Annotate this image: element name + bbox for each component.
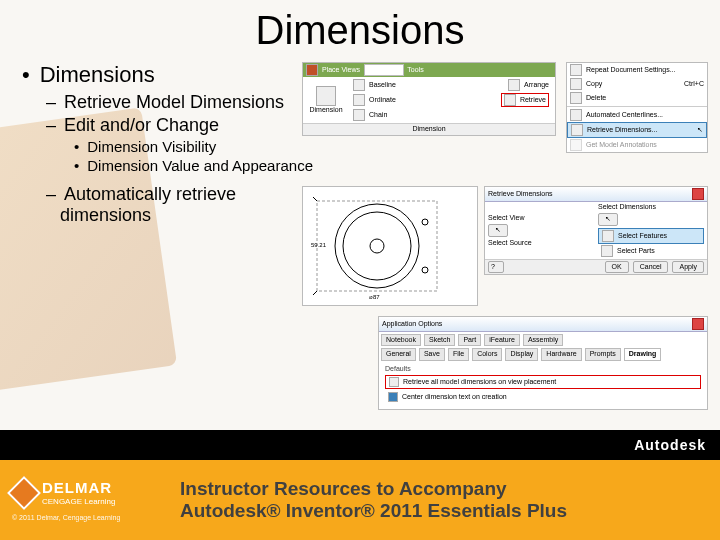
sel-features-icon xyxy=(602,230,614,242)
slide-title: Dimensions xyxy=(0,8,720,53)
tab-general: General xyxy=(381,348,416,360)
options-title: Application Options xyxy=(382,320,442,328)
option-retrieve-all: Retrieve all model dimensions on view pl… xyxy=(403,378,556,386)
svg-text:⌀87: ⌀87 xyxy=(369,294,380,300)
arrange-icon xyxy=(508,79,520,91)
retrieve-dims-icon xyxy=(571,124,583,136)
autodesk-bar: Autodesk xyxy=(0,430,720,460)
label-select-dims: Select Dimensions xyxy=(598,203,704,211)
cancel-button: Cancel xyxy=(633,261,669,273)
tab-drawing: Drawing xyxy=(624,348,662,360)
tab-file: File xyxy=(448,348,469,360)
option-select-parts: Select Parts xyxy=(617,247,655,255)
ribbon-item-arrange: Arrange xyxy=(524,81,549,89)
select-dims-btn: ↖ xyxy=(598,213,618,225)
checkbox-checked-icon xyxy=(388,392,398,402)
get-model-icon xyxy=(570,139,582,151)
delmar-block: DELMAR CENGAGE Learning © 2011 Delmar, C… xyxy=(0,460,170,540)
footer-line1: Instructor Resources to Accompany xyxy=(180,478,720,500)
dialog-title: Retrieve Dimensions xyxy=(488,190,553,198)
tab-part: Part xyxy=(458,334,481,346)
cursor-icon: ↖ xyxy=(697,126,703,134)
delete-icon xyxy=(570,92,582,104)
close-icon xyxy=(692,318,704,330)
ribbon-tab-1: Place Views xyxy=(322,66,360,74)
svg-rect-0 xyxy=(304,188,476,304)
ribbon-item-ordinate: Ordinate xyxy=(369,96,396,104)
footer-bar: DELMAR CENGAGE Learning © 2011 Delmar, C… xyxy=(0,460,720,540)
tab-sketch: Sketch xyxy=(424,334,455,346)
menu-copy: Copy xyxy=(586,80,602,88)
select-view-btn: ↖ xyxy=(488,224,508,236)
tab-prompts: Prompts xyxy=(585,348,621,360)
autodesk-logo: Autodesk xyxy=(634,437,706,453)
svg-text:59.21: 59.21 xyxy=(311,242,327,248)
delmar-icon xyxy=(7,476,41,510)
tab-display: Display xyxy=(505,348,538,360)
bullet-l2c: Automatically retrieve dimensions xyxy=(46,184,322,226)
copy-icon xyxy=(570,78,582,90)
cengage-sub: CENGAGE Learning xyxy=(42,497,115,506)
menu-retrieve-dims: Retrieve Dimensions... xyxy=(587,126,657,134)
menu-delete: Delete xyxy=(586,94,606,102)
ok-button: OK xyxy=(605,261,629,273)
ordinate-icon xyxy=(353,94,365,106)
sel-parts-icon xyxy=(601,245,613,257)
option-center-text: Center dimension text on creation xyxy=(402,393,507,401)
ribbon-item-baseline: Baseline xyxy=(369,81,396,89)
drawing-view-thumb: 59.21 ⌀87 xyxy=(302,186,478,306)
menu-copy-shortcut: Ctrl+C xyxy=(684,80,704,88)
baseline-icon xyxy=(353,79,365,91)
menu-get-model: Get Model Annotations xyxy=(586,141,657,149)
ribbon-tab-2: Annotate xyxy=(364,64,404,76)
tab-colors: Colors xyxy=(472,348,502,360)
delmar-name: DELMAR xyxy=(42,479,115,496)
footer-line2: Autodesk® Inventor® 2011 Essentials Plus xyxy=(180,500,720,522)
accompany-block: Instructor Resources to Accompany Autode… xyxy=(170,478,720,522)
apply-button: Apply xyxy=(672,261,704,273)
bullet-l3b: Dimension Value and Appearance xyxy=(74,157,322,174)
chain-icon xyxy=(353,109,365,121)
context-menu: Repeat Document Settings... CopyCtrl+C D… xyxy=(566,62,708,153)
menu-auto-centerlines: Automated Centerlines... xyxy=(586,111,663,119)
ribbon-group-label: Dimension xyxy=(303,123,555,134)
bullet-l2a: Retrieve Model Dimensions xyxy=(46,92,322,113)
bullet-l1: Dimensions xyxy=(22,62,322,88)
retrieve-icon xyxy=(504,94,516,106)
tab-notebook: Notebook xyxy=(381,334,421,346)
tab-hardware: Hardware xyxy=(541,348,581,360)
bullet-l2b: Edit and/or Change xyxy=(46,115,322,136)
auto-cl-icon xyxy=(570,109,582,121)
copyright: © 2011 Delmar, Cengage Learning xyxy=(12,514,170,521)
tab-assembly: Assembly xyxy=(523,334,563,346)
checkbox-icon xyxy=(389,377,399,387)
close-icon xyxy=(692,188,704,200)
content-outline: Dimensions Retrieve Model Dimensions Edi… xyxy=(0,60,322,228)
options-section: Defaults xyxy=(379,363,707,375)
ribbon-tab-3: Tools xyxy=(407,66,423,74)
ribbon-item-chain: Chain xyxy=(369,111,387,119)
ribbon-screenshot: Place Views Annotate Tools Dimension Bas… xyxy=(302,62,556,136)
app-options: Application Options Notebook Sketch Part… xyxy=(378,316,708,410)
help-icon: ? xyxy=(488,261,504,273)
bullet-l3a: Dimension Visibility xyxy=(74,138,322,155)
repeat-icon xyxy=(570,64,582,76)
option-select-features: Select Features xyxy=(618,232,667,240)
label-select-source: Select Source xyxy=(488,239,594,247)
retrieve-dialog: Retrieve Dimensions Select View ↖ Select… xyxy=(484,186,708,275)
tab-save: Save xyxy=(419,348,445,360)
ribbon-item-retrieve: Retrieve xyxy=(520,96,546,104)
menu-repeat: Repeat Document Settings... xyxy=(586,66,676,74)
label-select-view: Select View xyxy=(488,214,594,222)
tab-ifeature: iFeature xyxy=(484,334,520,346)
